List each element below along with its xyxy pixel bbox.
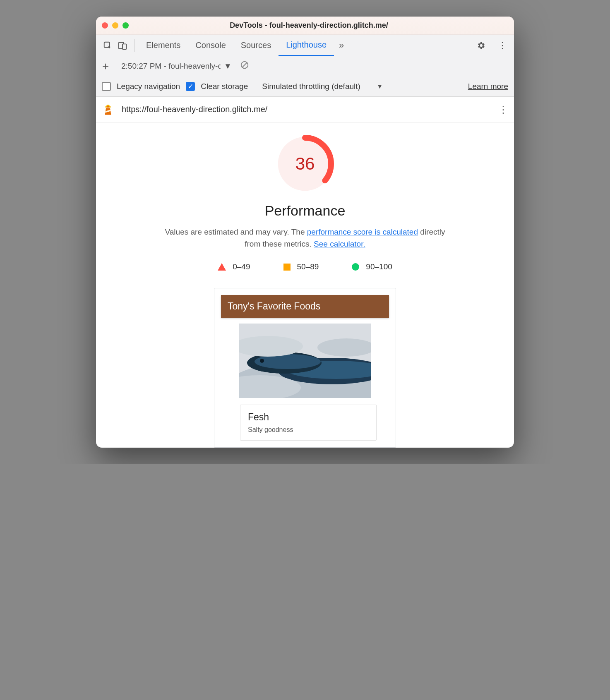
legend-average-label: 50–89 — [297, 262, 319, 271]
traffic-lights — [102, 22, 129, 29]
new-report-button[interactable]: ＋ — [100, 61, 111, 72]
legend-fail: 0–49 — [218, 262, 250, 271]
legend-pass: 90–100 — [352, 262, 392, 271]
preview-hero-image — [239, 324, 371, 398]
report-select-dropdown[interactable]: 2:50:27 PM - foul-heavenly-di ▼ — [121, 62, 232, 71]
performance-description: Values are estimated and may vary. The p… — [156, 226, 454, 250]
legacy-navigation-label: Legacy navigation — [117, 82, 180, 91]
separator — [134, 39, 134, 52]
devtools-window: DevTools - foul-heavenly-direction.glitc… — [96, 17, 514, 448]
tab-console[interactable]: Console — [188, 35, 233, 56]
clear-storage-checkbox[interactable]: ✓ — [186, 82, 195, 91]
lighthouse-toolbar: ＋ 2:50:27 PM - foul-heavenly-di ▼ — [96, 56, 514, 76]
preview-item-title: Fesh — [248, 412, 369, 423]
clear-report-icon[interactable] — [240, 60, 249, 72]
throttling-label: Simulated throttling (default) — [262, 82, 360, 91]
devtools-tabbar: Elements Console Sources Lighthouse » ⋮ — [96, 35, 514, 56]
svg-rect-2 — [122, 44, 126, 49]
report-url-text: https://foul-heavenly-direction.glitch.m… — [122, 105, 267, 114]
chevron-down-icon: ▼ — [224, 62, 232, 71]
score-legend: 0–49 50–89 90–100 — [108, 262, 502, 271]
preview-item-card: Fesh Salty goodness — [240, 405, 377, 441]
separator — [116, 60, 116, 72]
legend-average: 50–89 — [283, 262, 319, 271]
lighthouse-report: 36 Performance Values are estimated and … — [96, 122, 514, 448]
legend-fail-label: 0–49 — [233, 262, 250, 271]
learn-more-link[interactable]: Learn more — [468, 82, 508, 91]
lighthouse-options-bar: Legacy navigation ✓ Clear storage Simula… — [96, 76, 514, 97]
report-select-label: 2:50:27 PM - foul-heavenly-di — [121, 62, 221, 71]
kebab-menu-icon[interactable]: ⋮ — [497, 41, 507, 50]
tab-lighthouse[interactable]: Lighthouse — [279, 35, 334, 56]
desc-text: Values are estimated and may vary. The — [165, 228, 307, 236]
device-toggle-icon[interactable] — [118, 41, 127, 50]
svg-point-13 — [260, 359, 264, 363]
close-window-button[interactable] — [102, 22, 108, 29]
page-screenshot-preview: Tony's Favorite Foods Fesh Salty goodnes… — [214, 288, 396, 448]
square-average-icon — [283, 264, 291, 271]
legacy-navigation-checkbox[interactable] — [102, 82, 111, 91]
window-titlebar: DevTools - foul-heavenly-direction.glitc… — [96, 17, 514, 35]
report-url-bar: https://foul-heavenly-direction.glitch.m… — [96, 97, 514, 122]
performance-gauge[interactable]: 36 — [276, 135, 334, 193]
preview-item-subtitle: Salty goodness — [248, 426, 369, 434]
settings-gear-icon[interactable] — [476, 41, 486, 50]
tab-sources[interactable]: Sources — [233, 35, 279, 56]
legend-pass-label: 90–100 — [366, 262, 392, 271]
window-title: DevTools - foul-heavenly-direction.glitc… — [129, 21, 508, 30]
report-menu-icon[interactable]: ⋮ — [498, 104, 508, 115]
minimize-window-button[interactable] — [112, 22, 118, 29]
preview-header: Tony's Favorite Foods — [221, 295, 389, 318]
zoom-window-button[interactable] — [122, 22, 129, 29]
more-tabs-icon[interactable]: » — [336, 41, 346, 50]
svg-line-4 — [242, 63, 247, 67]
circle-pass-icon — [352, 263, 359, 271]
svg-rect-5 — [107, 106, 109, 108]
see-calculator-link[interactable]: See calculator. — [314, 240, 365, 248]
triangle-fail-icon — [218, 263, 226, 271]
score-calc-link[interactable]: performance score is calculated — [307, 228, 418, 236]
lighthouse-logo-icon — [102, 103, 114, 116]
performance-score-value: 36 — [276, 135, 334, 193]
inspect-element-icon[interactable] — [103, 41, 113, 50]
tab-elements[interactable]: Elements — [139, 35, 188, 56]
performance-category-title: Performance — [108, 203, 502, 219]
clear-storage-label: Clear storage — [201, 82, 248, 91]
throttling-dropdown-caret[interactable]: ▼ — [377, 83, 383, 90]
